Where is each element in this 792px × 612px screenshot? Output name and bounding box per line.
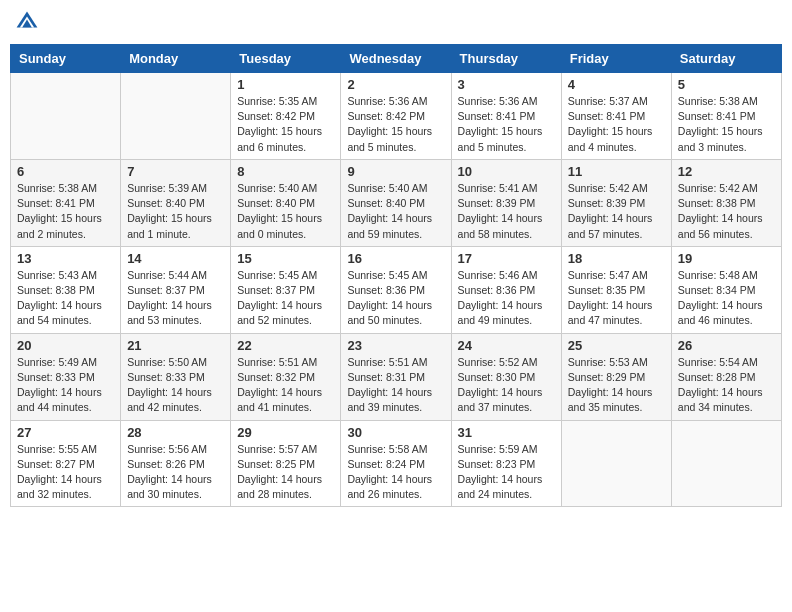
cell-info: Sunrise: 5:58 AMSunset: 8:24 PMDaylight:… <box>347 442 444 503</box>
calendar-week-row: 13Sunrise: 5:43 AMSunset: 8:38 PMDayligh… <box>11 246 782 333</box>
calendar-cell: 3Sunrise: 5:36 AMSunset: 8:41 PMDaylight… <box>451 73 561 160</box>
cell-info: Sunrise: 5:57 AMSunset: 8:25 PMDaylight:… <box>237 442 334 503</box>
day-number: 25 <box>568 338 665 353</box>
calendar-cell: 20Sunrise: 5:49 AMSunset: 8:33 PMDayligh… <box>11 333 121 420</box>
cell-info: Sunrise: 5:38 AMSunset: 8:41 PMDaylight:… <box>17 181 114 242</box>
calendar-cell: 22Sunrise: 5:51 AMSunset: 8:32 PMDayligh… <box>231 333 341 420</box>
calendar-cell: 25Sunrise: 5:53 AMSunset: 8:29 PMDayligh… <box>561 333 671 420</box>
logo <box>15 10 43 34</box>
calendar-cell: 7Sunrise: 5:39 AMSunset: 8:40 PMDaylight… <box>121 159 231 246</box>
day-number: 28 <box>127 425 224 440</box>
cell-info: Sunrise: 5:42 AMSunset: 8:38 PMDaylight:… <box>678 181 775 242</box>
cell-info: Sunrise: 5:36 AMSunset: 8:41 PMDaylight:… <box>458 94 555 155</box>
calendar-cell: 27Sunrise: 5:55 AMSunset: 8:27 PMDayligh… <box>11 420 121 507</box>
cell-info: Sunrise: 5:56 AMSunset: 8:26 PMDaylight:… <box>127 442 224 503</box>
calendar-cell: 31Sunrise: 5:59 AMSunset: 8:23 PMDayligh… <box>451 420 561 507</box>
cell-info: Sunrise: 5:35 AMSunset: 8:42 PMDaylight:… <box>237 94 334 155</box>
cell-info: Sunrise: 5:51 AMSunset: 8:31 PMDaylight:… <box>347 355 444 416</box>
day-number: 4 <box>568 77 665 92</box>
day-number: 9 <box>347 164 444 179</box>
calendar-cell: 10Sunrise: 5:41 AMSunset: 8:39 PMDayligh… <box>451 159 561 246</box>
day-number: 23 <box>347 338 444 353</box>
day-number: 13 <box>17 251 114 266</box>
cell-info: Sunrise: 5:55 AMSunset: 8:27 PMDaylight:… <box>17 442 114 503</box>
cell-info: Sunrise: 5:46 AMSunset: 8:36 PMDaylight:… <box>458 268 555 329</box>
calendar-cell: 15Sunrise: 5:45 AMSunset: 8:37 PMDayligh… <box>231 246 341 333</box>
cell-info: Sunrise: 5:40 AMSunset: 8:40 PMDaylight:… <box>237 181 334 242</box>
calendar-cell: 28Sunrise: 5:56 AMSunset: 8:26 PMDayligh… <box>121 420 231 507</box>
weekday-header: Thursday <box>451 45 561 73</box>
logo-icon <box>15 10 39 34</box>
day-number: 15 <box>237 251 334 266</box>
day-number: 11 <box>568 164 665 179</box>
day-number: 27 <box>17 425 114 440</box>
day-number: 19 <box>678 251 775 266</box>
cell-info: Sunrise: 5:51 AMSunset: 8:32 PMDaylight:… <box>237 355 334 416</box>
cell-info: Sunrise: 5:53 AMSunset: 8:29 PMDaylight:… <box>568 355 665 416</box>
cell-info: Sunrise: 5:44 AMSunset: 8:37 PMDaylight:… <box>127 268 224 329</box>
cell-info: Sunrise: 5:52 AMSunset: 8:30 PMDaylight:… <box>458 355 555 416</box>
calendar-cell: 8Sunrise: 5:40 AMSunset: 8:40 PMDaylight… <box>231 159 341 246</box>
calendar-cell <box>121 73 231 160</box>
day-number: 2 <box>347 77 444 92</box>
calendar-cell: 4Sunrise: 5:37 AMSunset: 8:41 PMDaylight… <box>561 73 671 160</box>
day-number: 1 <box>237 77 334 92</box>
cell-info: Sunrise: 5:40 AMSunset: 8:40 PMDaylight:… <box>347 181 444 242</box>
calendar-cell <box>671 420 781 507</box>
day-number: 14 <box>127 251 224 266</box>
day-number: 10 <box>458 164 555 179</box>
calendar-cell: 30Sunrise: 5:58 AMSunset: 8:24 PMDayligh… <box>341 420 451 507</box>
calendar-cell: 9Sunrise: 5:40 AMSunset: 8:40 PMDaylight… <box>341 159 451 246</box>
day-number: 12 <box>678 164 775 179</box>
page-header <box>10 10 782 34</box>
weekday-header: Monday <box>121 45 231 73</box>
cell-info: Sunrise: 5:50 AMSunset: 8:33 PMDaylight:… <box>127 355 224 416</box>
cell-info: Sunrise: 5:41 AMSunset: 8:39 PMDaylight:… <box>458 181 555 242</box>
cell-info: Sunrise: 5:43 AMSunset: 8:38 PMDaylight:… <box>17 268 114 329</box>
calendar-cell: 16Sunrise: 5:45 AMSunset: 8:36 PMDayligh… <box>341 246 451 333</box>
day-number: 26 <box>678 338 775 353</box>
day-number: 6 <box>17 164 114 179</box>
day-number: 16 <box>347 251 444 266</box>
cell-info: Sunrise: 5:37 AMSunset: 8:41 PMDaylight:… <box>568 94 665 155</box>
weekday-header-row: SundayMondayTuesdayWednesdayThursdayFrid… <box>11 45 782 73</box>
calendar-cell: 21Sunrise: 5:50 AMSunset: 8:33 PMDayligh… <box>121 333 231 420</box>
calendar-cell: 6Sunrise: 5:38 AMSunset: 8:41 PMDaylight… <box>11 159 121 246</box>
calendar-cell <box>11 73 121 160</box>
calendar-cell: 23Sunrise: 5:51 AMSunset: 8:31 PMDayligh… <box>341 333 451 420</box>
cell-info: Sunrise: 5:36 AMSunset: 8:42 PMDaylight:… <box>347 94 444 155</box>
weekday-header: Sunday <box>11 45 121 73</box>
day-number: 31 <box>458 425 555 440</box>
day-number: 22 <box>237 338 334 353</box>
day-number: 3 <box>458 77 555 92</box>
cell-info: Sunrise: 5:39 AMSunset: 8:40 PMDaylight:… <box>127 181 224 242</box>
cell-info: Sunrise: 5:59 AMSunset: 8:23 PMDaylight:… <box>458 442 555 503</box>
calendar-cell: 18Sunrise: 5:47 AMSunset: 8:35 PMDayligh… <box>561 246 671 333</box>
weekday-header: Wednesday <box>341 45 451 73</box>
cell-info: Sunrise: 5:45 AMSunset: 8:37 PMDaylight:… <box>237 268 334 329</box>
calendar-week-row: 1Sunrise: 5:35 AMSunset: 8:42 PMDaylight… <box>11 73 782 160</box>
day-number: 29 <box>237 425 334 440</box>
day-number: 8 <box>237 164 334 179</box>
calendar-table: SundayMondayTuesdayWednesdayThursdayFrid… <box>10 44 782 507</box>
cell-info: Sunrise: 5:38 AMSunset: 8:41 PMDaylight:… <box>678 94 775 155</box>
calendar-cell: 1Sunrise: 5:35 AMSunset: 8:42 PMDaylight… <box>231 73 341 160</box>
day-number: 24 <box>458 338 555 353</box>
cell-info: Sunrise: 5:42 AMSunset: 8:39 PMDaylight:… <box>568 181 665 242</box>
calendar-cell: 5Sunrise: 5:38 AMSunset: 8:41 PMDaylight… <box>671 73 781 160</box>
weekday-header: Friday <box>561 45 671 73</box>
day-number: 5 <box>678 77 775 92</box>
calendar-cell: 11Sunrise: 5:42 AMSunset: 8:39 PMDayligh… <box>561 159 671 246</box>
cell-info: Sunrise: 5:48 AMSunset: 8:34 PMDaylight:… <box>678 268 775 329</box>
calendar-cell: 24Sunrise: 5:52 AMSunset: 8:30 PMDayligh… <box>451 333 561 420</box>
day-number: 18 <box>568 251 665 266</box>
cell-info: Sunrise: 5:47 AMSunset: 8:35 PMDaylight:… <box>568 268 665 329</box>
calendar-cell: 14Sunrise: 5:44 AMSunset: 8:37 PMDayligh… <box>121 246 231 333</box>
day-number: 17 <box>458 251 555 266</box>
cell-info: Sunrise: 5:54 AMSunset: 8:28 PMDaylight:… <box>678 355 775 416</box>
day-number: 7 <box>127 164 224 179</box>
calendar-cell: 19Sunrise: 5:48 AMSunset: 8:34 PMDayligh… <box>671 246 781 333</box>
cell-info: Sunrise: 5:45 AMSunset: 8:36 PMDaylight:… <box>347 268 444 329</box>
calendar-cell: 12Sunrise: 5:42 AMSunset: 8:38 PMDayligh… <box>671 159 781 246</box>
cell-info: Sunrise: 5:49 AMSunset: 8:33 PMDaylight:… <box>17 355 114 416</box>
